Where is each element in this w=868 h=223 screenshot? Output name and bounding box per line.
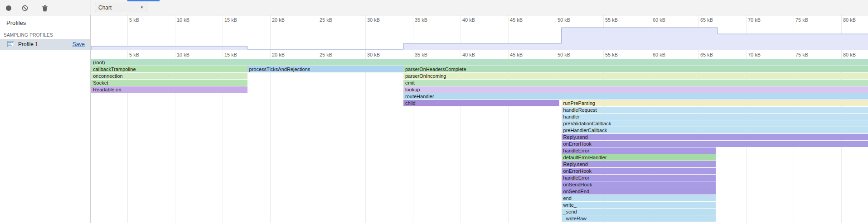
profile-name: Profile 1 — [18, 41, 38, 47]
flame-frame[interactable]: Readable.on — [91, 86, 247, 93]
delete-profile-button[interactable] — [41, 4, 49, 12]
clear-profiles-button[interactable] — [21, 4, 29, 12]
ruler-label: 80 kB — [843, 17, 856, 23]
ruler-label: 35 kB — [415, 52, 427, 57]
sampling-profiles-heading: SAMPLING PROFILES — [4, 33, 53, 38]
flame-frame[interactable]: Reply.send — [562, 161, 716, 167]
ruler-label: 20 kB — [272, 17, 285, 23]
ruler-label: 65 kB — [700, 17, 713, 23]
profiles-sidebar: Profiles SAMPLING PROFILES Profile 1 Sav… — [0, 15, 91, 223]
ruler-label: 70 kB — [748, 17, 761, 23]
flame-frame[interactable]: _writeRaw — [562, 215, 716, 222]
ruler-label: 65 kB — [700, 52, 713, 57]
ruler-label: 75 kB — [795, 17, 808, 23]
flame-frame[interactable]: onSendEnd — [562, 188, 716, 195]
flame-frame[interactable]: handler — [562, 114, 868, 120]
ruler-label: 60 kB — [653, 17, 665, 23]
chart-view-select[interactable]: Chart ▼ — [95, 3, 147, 12]
ruler-label: 25 kB — [320, 52, 332, 57]
flame-frame[interactable]: (root) — [91, 59, 868, 66]
ruler-label: 45 kB — [510, 52, 523, 57]
ruler-label: 40 kB — [462, 52, 475, 57]
ruler-label: 20 kB — [272, 52, 285, 57]
flame-frame[interactable]: preValidationCallback — [562, 120, 868, 127]
toolbar: Chart ▼ — [0, 0, 868, 15]
flame-frame[interactable]: emit — [403, 80, 868, 86]
flame-frame[interactable]: runPreParsing — [562, 100, 868, 106]
ruler-label: 25 kB — [320, 17, 332, 23]
profile-icon — [7, 41, 14, 47]
ruler-label: 80 kB — [843, 52, 856, 57]
flame-frame[interactable]: defaultErrorHandler — [562, 154, 716, 161]
flame-frame[interactable]: end — [562, 195, 716, 201]
ruler-label: 35 kB — [415, 17, 427, 23]
ruler-label: 15 kB — [224, 52, 237, 57]
flame-frame[interactable]: handleError — [562, 147, 716, 154]
ruler-label: 45 kB — [510, 17, 523, 23]
ruler-label: 10 kB — [177, 17, 189, 23]
block-icon — [22, 5, 28, 11]
flame-frame[interactable]: onErrorHook — [562, 141, 868, 147]
profile-list-item[interactable]: Profile 1 Save — [0, 39, 90, 50]
ruler-label: 40 kB — [462, 17, 475, 23]
toolbar-separator — [91, 0, 91, 15]
flame-frame[interactable]: onErrorHook — [562, 168, 716, 174]
flame-frame[interactable]: callbackTrampoline — [91, 66, 247, 72]
flame-frame[interactable]: handleRequest — [562, 107, 868, 113]
blue-accent-bar — [127, 0, 160, 1]
flame-frame[interactable]: child — [403, 100, 559, 106]
trash-icon — [42, 5, 48, 12]
ruler-label: 75 kB — [795, 52, 808, 57]
save-profile-link[interactable]: Save — [73, 41, 85, 47]
ruler-label: 15 kB — [224, 17, 237, 23]
ruler-label: 5 kB — [129, 17, 139, 23]
flame-frame[interactable]: processTicksAndRejections — [247, 66, 403, 72]
ruler-label: 50 kB — [558, 17, 570, 23]
flame-frame[interactable]: lookup — [403, 86, 868, 93]
record-profile-button[interactable] — [5, 4, 13, 12]
flame-frame[interactable]: parserOnIncoming — [403, 73, 868, 79]
ruler-label: 30 kB — [367, 17, 380, 23]
flame-frame[interactable]: preHandlerCallback — [562, 127, 868, 133]
ruler-label: 50 kB — [558, 52, 570, 57]
allocation-overview[interactable] — [91, 27, 868, 50]
ruler-label: 55 kB — [605, 17, 618, 23]
chevron-down-icon: ▼ — [140, 5, 144, 9]
flame-frame[interactable]: onSendHook — [562, 181, 716, 188]
ruler-label: 55 kB — [605, 52, 618, 57]
flame-frame[interactable]: handleError — [562, 175, 716, 181]
flame-frame[interactable]: routeHandler — [403, 93, 868, 100]
flame-frame[interactable]: Socket — [91, 80, 247, 86]
ruler-label: 60 kB — [653, 52, 665, 57]
flame-frame[interactable]: _send — [562, 209, 716, 215]
ruler-label: 30 kB — [367, 52, 380, 57]
flame-frame[interactable]: write_ — [562, 202, 716, 208]
flame-frame[interactable]: Reply.send — [562, 134, 868, 140]
flame-frame[interactable]: onconnection — [91, 73, 247, 79]
ruler-label: 70 kB — [748, 52, 761, 57]
ruler-label: 5 kB — [129, 52, 139, 57]
chart-view-select-value: Chart — [98, 5, 112, 11]
ruler-label: 10 kB — [177, 52, 189, 57]
record-icon — [5, 5, 12, 11]
sidebar-title: Profiles — [6, 19, 26, 26]
flame-frame[interactable]: parserOnHeadersComplete — [403, 66, 868, 72]
flame-chart-area: 5 kB10 kB15 kB20 kB25 kB30 kB35 kB40 kB4… — [91, 15, 868, 223]
